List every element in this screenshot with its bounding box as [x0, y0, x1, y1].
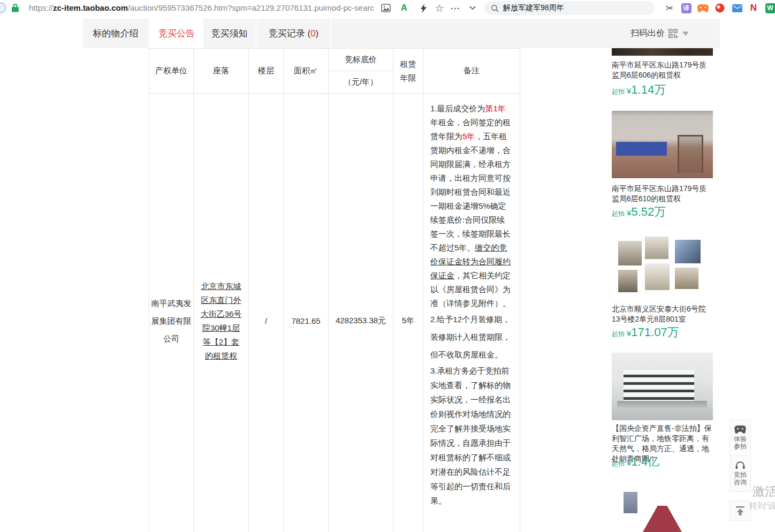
header-base-price-unit: （元/年） — [329, 71, 393, 94]
word-badge: W — [765, 3, 775, 13]
cell-location: 北京市东城区东直门外大街乙36号院30幢1层等【2】套的租赁权 — [194, 94, 249, 532]
star-glyph: ☆ — [435, 3, 444, 13]
bookmark-star-icon[interactable]: ☆ — [434, 2, 445, 14]
price-prefix: 起拍 — [612, 460, 625, 467]
header-area: 面积㎡ — [284, 49, 329, 94]
translate-badge: 译 — [681, 3, 692, 13]
price-value: 1.4亿 — [631, 455, 659, 468]
remark-highlight-five-years: 5年 — [462, 132, 475, 141]
ssl-lock-icon — [12, 3, 19, 14]
browser-address-bar: https://zc-item.taobao.com/auction/95957… — [0, 0, 775, 16]
auction-tab-bar: 标的物介绍 竞买公告 竞买须知 竞买记录 ( 0 ) 扫码出价 — [83, 19, 720, 48]
cell-lease-term: 5年 — [393, 94, 423, 532]
news-extension-icon[interactable]: N — [748, 2, 759, 14]
location-link[interactable]: 北京市东城区东直门外大街乙36号院30幢1层等【2】套的租赁权 — [194, 279, 248, 363]
chevron-down-icon — [682, 32, 689, 36]
back-to-top-icon — [735, 506, 745, 515]
url-scheme: https:// — [29, 3, 53, 12]
listing-photo-1[interactable] — [612, 48, 713, 56]
browser-search-box[interactable] — [484, 1, 655, 15]
listing-title-1[interactable]: 南平市延平区东山路179号质监局6层606的租赁权 — [612, 60, 713, 80]
listing-photo-4[interactable] — [612, 353, 713, 420]
scan-qr-bid-button[interactable]: 扫码出价 — [630, 19, 689, 48]
tab-bidding-records[interactable]: 竞买记录 ( 0 ) — [257, 19, 332, 48]
experience-bidding-button[interactable]: 体验参拍 — [730, 420, 750, 455]
tab-lot-introduction[interactable]: 标的物介绍 — [83, 19, 150, 48]
listing-price-2[interactable]: 起拍¥5.52万 — [612, 204, 713, 220]
tab-bidding-instructions[interactable]: 竞买须知 — [203, 19, 257, 48]
browser-eye-icon[interactable] — [714, 2, 726, 14]
listing-price-4[interactable]: 起拍¥1.4亿 — [612, 454, 713, 470]
price-value: 171.07万 — [631, 325, 679, 339]
headset-icon — [735, 461, 745, 469]
translate-extension-icon[interactable]: 译 — [680, 2, 692, 14]
collage-tile — [618, 241, 642, 265]
word-document-icon[interactable]: W — [764, 2, 775, 14]
speed-mode-icon[interactable] — [417, 2, 429, 14]
consult-label: 竞拍咨询 — [734, 471, 747, 486]
remark-paragraph-3: 3.承租方务必于竞拍前实地查看，了解标的物实际状况，一经报名出价则视作对场地情况… — [430, 363, 513, 508]
listing-photo-5[interactable] — [612, 484, 713, 532]
collage-tile — [645, 237, 668, 259]
auction-detail-table: 产权单位 座落 楼层 面积㎡ 竞标底价 （元/年） 租赁年限 备注 南平武夷发展… — [149, 48, 520, 532]
cell-owner: 南平武夷发展集团有限公司 — [149, 94, 194, 532]
listing-photo-3[interactable] — [612, 231, 713, 299]
address-dropdown-icon[interactable] — [467, 2, 478, 14]
search-icon — [491, 4, 499, 12]
search-input[interactable] — [503, 4, 637, 12]
url-host: zc-item.taobao.com — [53, 3, 128, 12]
gamepad-icon — [734, 425, 746, 434]
header-base-price: 竞标底价 （元/年） — [329, 49, 393, 94]
collage-tile — [618, 270, 637, 292]
header-base-price-title: 竞标底价 — [329, 49, 393, 71]
remark-highlight-first-year: 第1年 — [485, 104, 506, 113]
lease-header-text: 租赁年限 — [400, 57, 416, 85]
remark-paragraph-2: 2.给予12个月装修期，装修期计入租赁期限，但不收取房屋租金。 — [430, 310, 513, 363]
cell-base-price: 4282353.38元 — [329, 94, 393, 532]
game-center-icon[interactable] — [697, 2, 709, 14]
price-value: 5.52万 — [631, 205, 666, 218]
header-floor: 楼层 — [249, 49, 284, 94]
scissors-glyph: ✂ — [666, 3, 673, 14]
bidding-consult-button[interactable]: 竞拍咨询 — [730, 455, 750, 491]
records-suffix: ) — [316, 28, 319, 39]
price-value: 1.14万 — [631, 83, 666, 96]
header-lease-term: 租赁年限 — [393, 49, 423, 94]
tab-auction-notice[interactable]: 竞买公告 — [150, 19, 203, 48]
tab-list: 标的物介绍 竞买公告 竞买须知 竞买记录 ( 0 ) — [83, 19, 720, 48]
url-path: /auction/959573367526.htm?spm=a2129.2707… — [128, 3, 374, 12]
cell-area: 7821.65 — [284, 94, 329, 532]
image-mode-icon[interactable] — [380, 2, 392, 14]
nav-back-button[interactable] — [0, 2, 6, 13]
header-location: 座落 — [194, 49, 249, 94]
experience-label: 体验参拍 — [734, 435, 747, 450]
remark-text: ，五年租赁期内租金不递增，合同期限届满，经承租方申请，出租方同意可按到期时租赁合… — [430, 132, 511, 252]
translate-page-icon[interactable]: A — [398, 2, 410, 14]
listing-price-3[interactable]: 起拍¥171.07万 — [612, 324, 713, 340]
windows-activation-watermark-line2: 转到“设 — [749, 501, 775, 511]
header-remark: 备注 — [423, 49, 520, 94]
price-prefix: 起拍 — [612, 330, 625, 338]
back-to-top-button[interactable] — [730, 500, 751, 521]
listing-title-2[interactable]: 南平市延平区东山路179号质监局6层610的租赁权 — [612, 184, 713, 204]
clip-scissors-icon[interactable]: ✂ — [664, 2, 675, 14]
collage-tile — [675, 240, 701, 263]
collage-tile — [645, 263, 670, 290]
listing-price-1[interactable]: 起拍¥1.14万 — [612, 82, 713, 98]
cell-remark: 1.最后成交价为第1年年租金，合同签定的租赁年限为5年，五年租赁期内租金不递增，… — [423, 94, 520, 532]
price-prefix: 起拍 — [612, 88, 625, 95]
news-letter: N — [750, 3, 757, 13]
header-owner: 产权单位 — [149, 49, 194, 94]
dots-glyph: ··· — [451, 4, 460, 13]
windows-activation-watermark-line1: 激活 — [753, 483, 775, 500]
listing-title-3[interactable]: 北京市顺义区安泰大街6号院13号楼2单元8层801室 — [612, 304, 713, 324]
mail-icon[interactable] — [731, 2, 743, 14]
records-count: 0 — [310, 28, 315, 39]
address-url[interactable]: https://zc-item.taobao.com/auction/95957… — [29, 3, 374, 12]
page-root: https://zc-item.taobao.com/auction/95957… — [0, 0, 775, 532]
listing-photo-2[interactable] — [612, 111, 713, 178]
cell-floor: / — [249, 94, 284, 532]
scan-bid-label: 扫码出价 — [630, 28, 665, 39]
more-tools-icon[interactable]: ··· — [450, 2, 461, 14]
collage-tile — [675, 268, 698, 289]
